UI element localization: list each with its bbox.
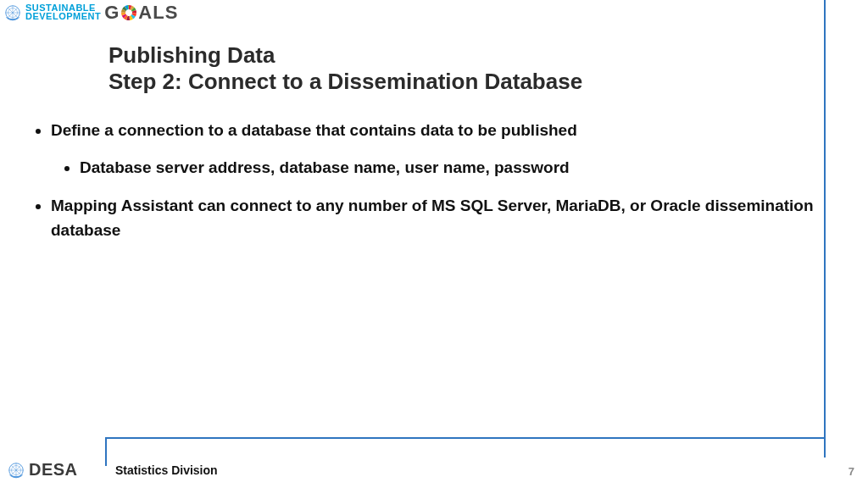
goals-als: ALS — [138, 2, 178, 24]
footer-bar — [105, 437, 826, 458]
sdg-wheel-icon — [120, 4, 137, 21]
un-emblem-icon — [3, 3, 22, 22]
bullet-2: Mapping Assistant can connect to any num… — [51, 194, 817, 242]
bullet-list: Define a connection to a database that c… — [31, 119, 817, 242]
bullet-1-sub1: Database server address, database name, … — [80, 157, 817, 180]
desa-word: DESA — [29, 460, 78, 480]
page-number: 7 — [849, 465, 854, 478]
sdg-logo: SUSTAINABLE DEVELOPMENT G — [3, 2, 178, 24]
un-emblem-icon — [7, 461, 25, 480]
body-content: Define a connection to a database that c… — [31, 119, 817, 258]
sdg-text: SUSTAINABLE DEVELOPMENT — [25, 4, 101, 21]
right-accent-line — [824, 0, 826, 458]
footer-division: Statistics Division — [115, 463, 218, 477]
desa-logo: DESA — [7, 460, 78, 480]
title-line1: Publishing Data — [108, 42, 582, 69]
bullet-1-text: Define a connection to a database that c… — [51, 121, 577, 139]
title-line2: Step 2: Connect to a Dissemination Datab… — [108, 69, 582, 95]
svg-point-2 — [126, 10, 131, 15]
title-block: Publishing Data Step 2: Connect to a Dis… — [108, 42, 582, 95]
goals-word: G — [104, 2, 178, 24]
sdg-line2: DEVELOPMENT — [25, 13, 101, 21]
bullet-1-sublist: Database server address, database name, … — [51, 157, 817, 180]
goals-g: G — [104, 2, 120, 24]
footer-left-rule — [105, 439, 107, 466]
slide: SUSTAINABLE DEVELOPMENT G — [0, 0, 868, 488]
bullet-1: Define a connection to a database that c… — [51, 119, 817, 179]
